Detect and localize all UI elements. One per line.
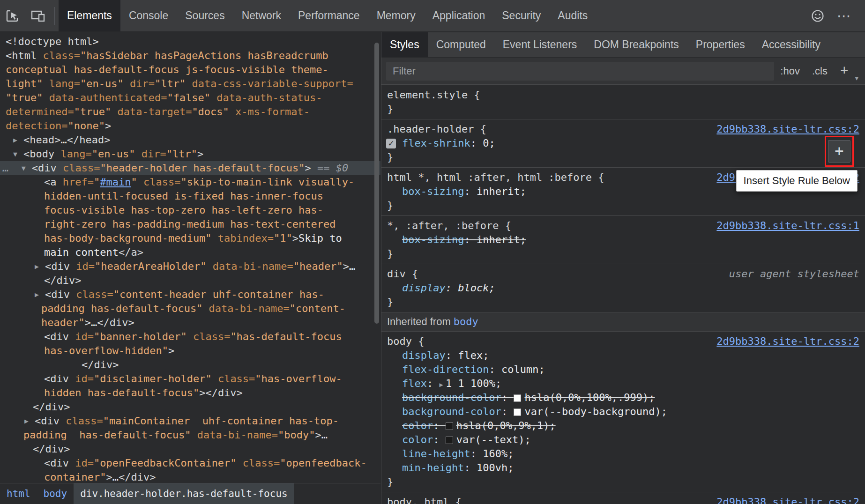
dom-tree-line[interactable]: ▶<div id="headerAreaHolder" data-bi-name…: [0, 259, 380, 274]
color-swatch[interactable]: [514, 408, 521, 416]
color-swatch[interactable]: [446, 437, 453, 444]
stylesheet-link[interactable]: 2d9bb338.site-ltr.css:1: [716, 219, 859, 233]
tab-performance[interactable]: Performance: [290, 0, 368, 31]
tab-network[interactable]: Network: [233, 0, 290, 31]
css-property-name[interactable]: background-color: [402, 392, 501, 403]
dom-tree-line[interactable]: header">…</div>: [0, 316, 380, 330]
dom-tree-line[interactable]: padding has-default-focus" data-bi-name=…: [0, 428, 380, 442]
stylesheet-link[interactable]: 2d9bb338.site-ltr.css:2: [716, 122, 859, 136]
css-property-value[interactable]: hsla(0,0%,100%,.999);: [524, 392, 655, 403]
css-declaration[interactable]: color: var(--text);: [381, 433, 865, 447]
tab-elements[interactable]: Elements: [59, 0, 120, 31]
dom-tree-line[interactable]: </div>: [0, 442, 380, 456]
sidebar-tab-accessibility[interactable]: Accessibility: [753, 32, 829, 57]
tab-memory[interactable]: Memory: [368, 0, 424, 31]
expand-arrow-icon[interactable]: ▼: [13, 147, 23, 161]
css-property-name[interactable]: box-sizing: [402, 185, 464, 197]
styles-filter-input[interactable]: [386, 62, 774, 81]
css-declaration[interactable]: flex-direction: column;: [381, 363, 865, 377]
sidebar-tab-dom-breakpoints[interactable]: DOM Breakpoints: [585, 32, 687, 57]
css-property-name[interactable]: min-height: [402, 462, 464, 474]
color-swatch[interactable]: [514, 394, 521, 402]
stylesheet-link[interactable]: 2d9bb338.site-ltr.css:2: [716, 334, 859, 348]
dom-tree-line[interactable]: "true" data-authenticated="false" data-a…: [0, 91, 380, 105]
color-swatch[interactable]: [446, 422, 453, 430]
css-declaration[interactable]: line-height: 160%;: [381, 447, 865, 461]
css-property-name[interactable]: background-color: [402, 406, 501, 417]
dom-tree-line[interactable]: light" lang="en-us" dir="ltr" data-css-v…: [0, 77, 380, 91]
css-property-name[interactable]: flex-direction: [402, 363, 489, 375]
css-property-value[interactable]: hsla(0,0%,9%,1);: [456, 420, 556, 431]
css-property-value[interactable]: 0;: [483, 137, 495, 149]
dom-tree-line[interactable]: ▶<div class="mainContainer uhf-container…: [0, 414, 380, 428]
css-property-value[interactable]: inherit;: [477, 185, 526, 197]
css-declaration[interactable]: color: hsla(0,0%,9%,1);: [381, 419, 865, 433]
expand-arrow-icon[interactable]: ▶: [35, 259, 45, 274]
css-property-value[interactable]: inherit;: [477, 234, 526, 245]
breadcrumb-item[interactable]: html: [0, 483, 37, 504]
css-property-name[interactable]: display: [402, 282, 446, 294]
css-property-name[interactable]: color: [402, 420, 433, 431]
css-property-value[interactable]: 160%;: [483, 448, 514, 460]
css-declaration[interactable]: display: block;: [381, 281, 865, 295]
css-property-value[interactable]: block;: [458, 282, 495, 294]
toggle-element-state-button[interactable]: :hov: [774, 58, 806, 84]
rule-selector[interactable]: *, :after, :before {: [387, 219, 511, 233]
css-property-value[interactable]: var(--text);: [456, 434, 531, 445]
stylesheet-link[interactable]: 2d9bb338.site-ltr.css:2: [716, 495, 859, 504]
dom-tree-line[interactable]: focus-visible has-top-zero has-left-zero…: [0, 203, 380, 217]
dom-tree-line[interactable]: hidden has-default-focus"></div>: [0, 386, 380, 400]
dom-tree-line[interactable]: <html class="hasSidebar hasPageActions h…: [0, 49, 380, 63]
css-property-name[interactable]: flex-shrink: [402, 137, 470, 149]
insert-style-rule-button[interactable]: +: [828, 140, 850, 163]
dom-tree-line[interactable]: has-overflow-hidden">: [0, 344, 380, 358]
dom-tree-line[interactable]: </div>: [0, 358, 380, 372]
expand-arrow-icon[interactable]: ▶: [35, 288, 45, 302]
css-property-value[interactable]: column;: [501, 363, 545, 375]
dom-tree-line[interactable]: <div id="banner-holder" class="has-defau…: [0, 330, 380, 344]
sidebar-tab-styles[interactable]: Styles: [381, 32, 428, 57]
expand-arrow-icon[interactable]: ▶: [24, 414, 35, 428]
new-style-rule-button[interactable]: +: [834, 58, 855, 84]
dom-tree-line[interactable]: right-zero has-padding-medium has-text-c…: [0, 217, 380, 231]
inherited-node-link[interactable]: body: [454, 316, 478, 327]
css-property-name[interactable]: color: [402, 434, 433, 445]
inspect-element-icon[interactable]: [0, 0, 25, 31]
feedback-smiley-icon[interactable]: [805, 9, 830, 23]
dom-tree-line[interactable]: hidden-until-focused is-fixed has-inner-…: [0, 189, 380, 203]
dom-tree-line[interactable]: ▶<head>…</head>: [0, 133, 380, 147]
dom-tree-line[interactable]: </div>: [0, 274, 380, 288]
device-toolbar-icon[interactable]: [25, 0, 51, 31]
overflow-menu-icon[interactable]: ⋯: [830, 7, 858, 24]
css-property-name[interactable]: flex: [402, 378, 427, 389]
dom-tree-line[interactable]: ▼<body lang="en-us" dir="ltr">: [0, 147, 380, 161]
css-declaration[interactable]: background-color: var(--body-background)…: [381, 405, 865, 419]
css-declaration[interactable]: background-color: hsla(0,0%,100%,.999);: [381, 391, 865, 405]
syntax-lnk[interactable]: #main: [100, 176, 131, 188]
dom-tree-line[interactable]: <a href="#main" class="skip-to-main-link…: [0, 175, 380, 189]
tab-application[interactable]: Application: [424, 0, 494, 31]
tab-console[interactable]: Console: [120, 0, 177, 31]
dom-tree-line[interactable]: detection="none">: [0, 119, 380, 133]
dom-tree-line[interactable]: determined="true" data-target="docs" x-m…: [0, 105, 380, 119]
rule-selector[interactable]: element.style {: [387, 88, 480, 102]
chevron-down-icon[interactable]: ▾: [855, 74, 860, 84]
expand-arrow-icon[interactable]: ▶: [439, 381, 443, 388]
css-declaration[interactable]: box-sizing: inherit;: [381, 233, 865, 247]
rule-selector[interactable]: body, html {: [387, 495, 462, 504]
css-declaration[interactable]: display: flex;: [381, 348, 865, 363]
tab-audits[interactable]: Audits: [549, 0, 596, 31]
dom-tree-line[interactable]: <div id="openFeedbackContainer" class="o…: [0, 456, 380, 470]
css-property-value[interactable]: 100vh;: [477, 462, 514, 474]
dom-tree-line[interactable]: conceptual has-default-focus js-focus-vi…: [0, 63, 380, 77]
rule-selector[interactable]: div {: [387, 267, 418, 281]
dom-tree-line[interactable]: container">…</div>: [0, 470, 380, 483]
dom-tree-line[interactable]: padding has-default-focus" data-bi-name=…: [0, 302, 380, 316]
dom-tree-line[interactable]: <div id="disclaimer-holder" class="has-o…: [0, 372, 380, 386]
css-property-name[interactable]: line-height: [402, 448, 470, 460]
breadcrumb-item[interactable]: div.header-holder.has-default-focus: [74, 483, 294, 504]
css-property-value[interactable]: 1 1 100%;: [446, 378, 501, 389]
breadcrumb-item[interactable]: body: [37, 483, 74, 504]
dom-tree-line[interactable]: <!doctype html>: [0, 35, 380, 49]
css-declaration[interactable]: min-height: 100vh;: [381, 461, 865, 475]
